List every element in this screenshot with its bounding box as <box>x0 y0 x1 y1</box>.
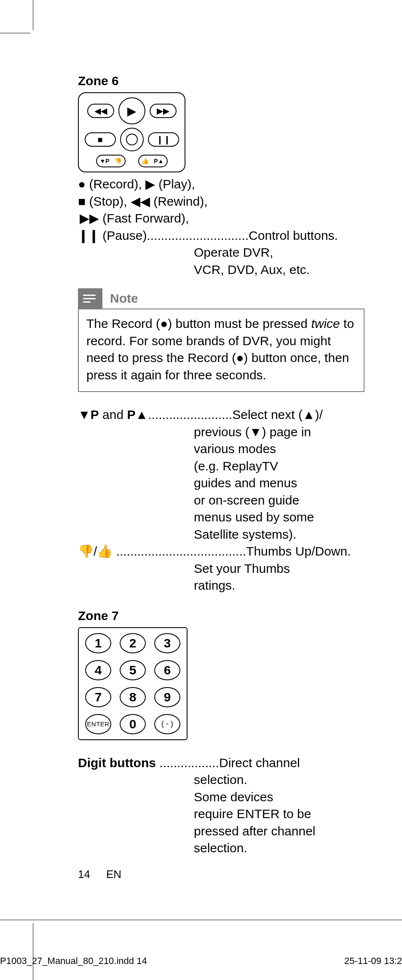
dots: ........................ <box>148 408 232 422</box>
record-icon: ● <box>78 177 86 191</box>
key-4: 4 <box>85 660 111 680</box>
text: previous (▼) page in <box>194 424 364 441</box>
indesign-slug: P1003_27_Manual_80_210.indd 14 25-11-09 … <box>0 956 402 967</box>
record-button-icon <box>120 128 144 151</box>
play-icon: ▶ <box>145 177 155 191</box>
text: Control buttons. <box>249 227 338 244</box>
key-1: 1 <box>85 633 111 653</box>
text: VCR, DVD, Aux, etc. <box>194 261 364 279</box>
text: (Rewind), <box>153 194 207 208</box>
zone6-description: ● (Record), ▶ (Play), ■ (Stop), ◀◀ (Rewi… <box>78 176 364 278</box>
key-2: 2 <box>120 633 146 653</box>
indd-date: 25-11-09 13:2 <box>344 956 402 967</box>
text: Set your Thumbs <box>194 560 364 577</box>
key-8: 8 <box>120 687 146 707</box>
p-down-icon: ▼P <box>78 408 99 422</box>
text: Select next (▲)/ <box>232 408 323 422</box>
text: Thumbs Up/Down. <box>246 544 351 558</box>
note-icon <box>78 288 102 309</box>
crop-mark <box>0 33 30 33</box>
text: (Pause) <box>102 228 147 242</box>
page-footer: 14 EN <box>78 868 121 881</box>
pause-icon: ❙❙ <box>78 228 99 242</box>
page-nav-description: ▼P and P▲........................ Select… <box>78 406 364 594</box>
text-italic: twice <box>311 317 340 330</box>
page-down-thumbs-icon: ▼P 👎 <box>96 155 126 167</box>
pause-button-icon: ❙❙ <box>148 132 179 147</box>
zone6-heading: Zone 6 <box>78 74 364 88</box>
text: pressed after channel <box>194 823 364 840</box>
key-3: 3 <box>154 633 180 653</box>
rewind-icon: ◀◀ <box>131 194 150 208</box>
zone6-remote-diagram: ◀◀ ▶ ▶▶ ■ ❙❙ ▼P 👎 👍 P▲ <box>78 92 185 172</box>
stop-icon: ■ <box>78 194 86 208</box>
text: guides and menus <box>194 475 364 492</box>
dots: ..................................... <box>113 544 246 558</box>
dots: ............................. <box>147 228 249 242</box>
page-content: Zone 6 ◀◀ ▶ ▶▶ ■ ❙❙ ▼P 👎 👍 P▲ ● (Record)… <box>78 74 364 857</box>
key-9: 9 <box>154 687 180 707</box>
key-5: 5 <box>120 660 146 680</box>
record-icon: ● <box>236 351 244 365</box>
text: menus used by some <box>194 509 364 526</box>
p-up-icon: P▲ <box>127 408 148 422</box>
note-box: The Record (●) button must be pressed tw… <box>78 309 364 392</box>
text: Some devices <box>194 789 364 806</box>
key-7: 7 <box>85 687 111 707</box>
play-button-icon: ▶ <box>118 97 145 124</box>
crop-mark <box>0 920 402 920</box>
text: or on-screen guide <box>194 492 364 509</box>
text: (e.g. ReplayTV <box>194 458 364 475</box>
key-0: 0 <box>120 714 146 734</box>
ff-button-icon: ▶▶ <box>150 104 177 118</box>
key-6: 6 <box>154 660 180 680</box>
indd-file: P1003_27_Manual_80_210.indd 14 <box>0 956 147 967</box>
note-label: Note <box>110 291 138 306</box>
thumbs-page-up-icon: 👍 P▲ <box>138 155 168 167</box>
text: (Stop), <box>89 194 127 208</box>
key-enter: ENTER <box>85 714 111 734</box>
text: (Fast Forward), <box>102 211 189 225</box>
text: selection. <box>194 771 364 789</box>
text: Direct channel <box>219 756 300 770</box>
zone7-keypad-diagram: 1 2 3 4 5 6 7 8 9 ENTER 0 ( - ) <box>78 627 188 740</box>
text: Operate DVR, <box>194 244 364 261</box>
note-header: Note <box>78 288 364 309</box>
page-number: 14 <box>78 868 90 881</box>
zone7-heading: Zone 7 <box>78 609 364 623</box>
key-dash: ( - ) <box>154 714 180 734</box>
page-lang: EN <box>106 868 121 881</box>
text: ) button must be pressed <box>168 317 311 330</box>
rewind-button-icon: ◀◀ <box>87 104 114 118</box>
stop-button-icon: ■ <box>85 132 116 147</box>
text: and <box>99 408 127 422</box>
digit-buttons-description: Digit buttons ................. Direct c… <box>78 754 364 857</box>
ff-icon: ▶▶ <box>80 211 99 225</box>
crop-mark <box>33 0 33 30</box>
text: Satellite systems). <box>194 526 364 543</box>
text: selection. <box>194 840 364 857</box>
record-icon: ● <box>160 317 168 330</box>
dots: ................. <box>159 756 219 770</box>
text: (Record), <box>89 177 142 191</box>
text: various modes <box>194 440 364 458</box>
text: (Play), <box>158 177 195 191</box>
text: ratings. <box>194 577 364 594</box>
crop-mark <box>33 923 33 980</box>
text: require ENTER to be <box>194 805 364 823</box>
thumbs-icon: 👎/👍 <box>78 544 113 558</box>
text: The Record ( <box>86 317 160 330</box>
digit-buttons-label: Digit buttons <box>78 756 159 770</box>
